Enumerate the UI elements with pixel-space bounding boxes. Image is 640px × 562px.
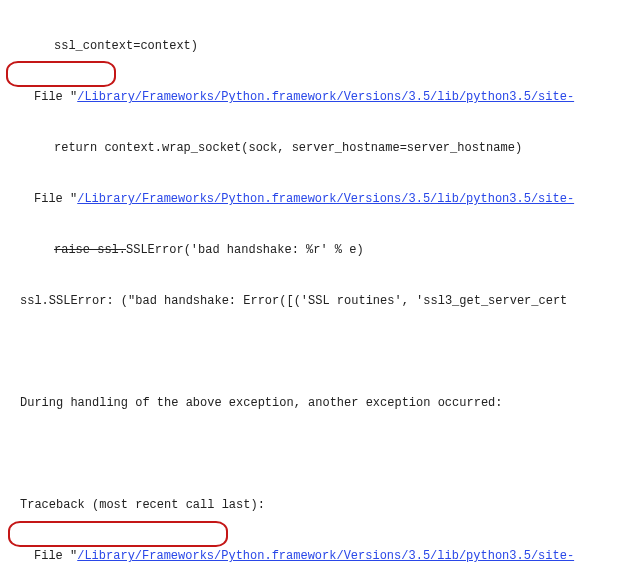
traceback-output: ssl_context=context) File "/Library/Fram… bbox=[0, 0, 640, 562]
exception-separator: During handling of the above exception, … bbox=[0, 395, 640, 412]
file-prefix: File " bbox=[34, 549, 77, 562]
file-prefix: File " bbox=[34, 90, 77, 104]
error-name: ssl.SSLError: bbox=[20, 294, 114, 308]
file-line: File "/Library/Frameworks/Python.framewo… bbox=[0, 548, 640, 562]
file-path-link[interactable]: /Library/Frameworks/Python.framework/Ver… bbox=[77, 192, 574, 206]
struck-text: raise ssl. bbox=[54, 243, 126, 257]
blank-line bbox=[0, 446, 640, 463]
blank-line bbox=[0, 344, 640, 361]
file-path-link[interactable]: /Library/Frameworks/Python.framework/Ver… bbox=[77, 549, 574, 562]
code-line: ssl_context=context) bbox=[0, 38, 640, 55]
file-line: File "/Library/Frameworks/Python.framewo… bbox=[0, 89, 640, 106]
error-line: ssl.SSLError: ("bad handshake: Error([('… bbox=[0, 293, 640, 310]
error-message: ("bad handshake: Error([('SSL routines',… bbox=[114, 294, 568, 308]
code-text: SSLError('bad handshake: %r' % e) bbox=[126, 243, 364, 257]
code-line: return context.wrap_socket(sock, server_… bbox=[0, 140, 640, 157]
code-line: raise ssl.SSLError('bad handshake: %r' %… bbox=[0, 242, 640, 259]
traceback-header: Traceback (most recent call last): bbox=[0, 497, 640, 514]
file-line: File "/Library/Frameworks/Python.framewo… bbox=[0, 191, 640, 208]
file-path-link[interactable]: /Library/Frameworks/Python.framework/Ver… bbox=[77, 90, 574, 104]
file-prefix: File " bbox=[34, 192, 77, 206]
